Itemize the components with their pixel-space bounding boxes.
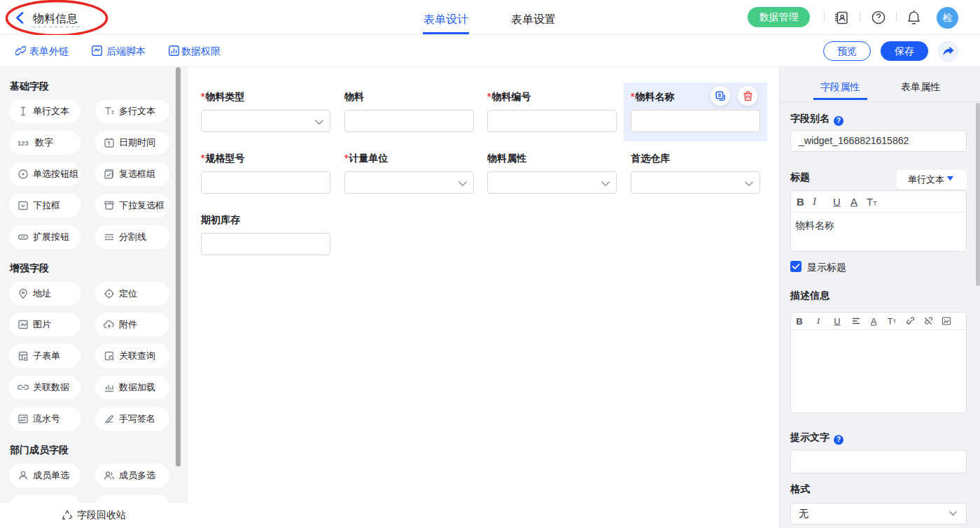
- svg-text:123: 123: [18, 139, 29, 147]
